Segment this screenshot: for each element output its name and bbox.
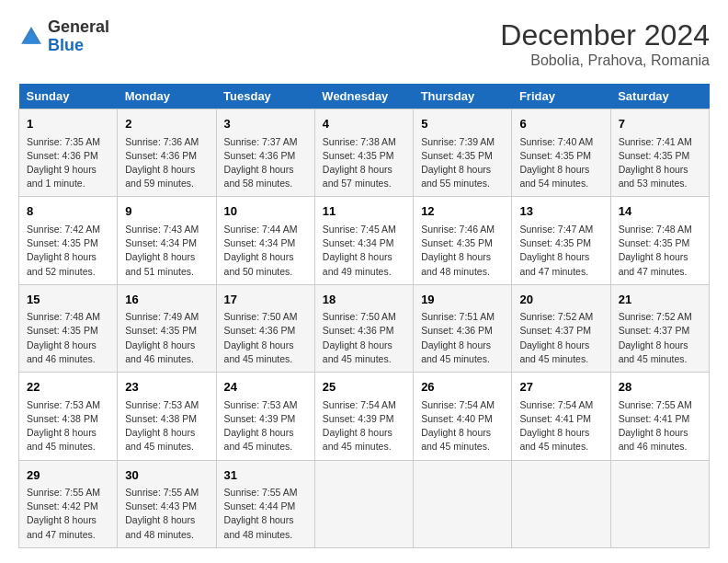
day-number: 30 <box>125 466 208 485</box>
day-number: 15 <box>27 291 109 309</box>
cell-content: Sunrise: 7:54 AMSunset: 4:41 PMDaylight … <box>519 398 602 454</box>
day-number: 9 <box>125 202 208 221</box>
day-number: 2 <box>125 115 208 133</box>
calendar-cell: 24Sunrise: 7:53 AMSunset: 4:39 PMDayligh… <box>216 373 314 460</box>
cell-content: Sunrise: 7:36 AMSunset: 4:36 PMDaylight … <box>125 135 208 191</box>
page-header: General Blue December 2024 Bobolia, Prah… <box>18 18 710 69</box>
day-number: 8 <box>27 202 109 221</box>
logo-icon <box>18 24 44 50</box>
cell-content: Sunrise: 7:48 AMSunset: 4:35 PMDaylight … <box>27 310 109 366</box>
day-number: 31 <box>224 466 307 485</box>
calendar-cell: 1Sunrise: 7:35 AMSunset: 4:36 PMDaylight… <box>19 109 118 197</box>
calendar-cell: 2Sunrise: 7:36 AMSunset: 4:36 PMDaylight… <box>118 109 216 197</box>
day-number: 25 <box>323 378 405 396</box>
calendar-cell: 15Sunrise: 7:48 AMSunset: 4:35 PMDayligh… <box>19 284 118 372</box>
cell-content: Sunrise: 7:48 AMSunset: 4:35 PMDaylight … <box>619 223 701 279</box>
cell-content: Sunrise: 7:35 AMSunset: 4:36 PMDaylight … <box>27 135 109 191</box>
calendar-cell: 18Sunrise: 7:50 AMSunset: 4:36 PMDayligh… <box>314 284 413 372</box>
calendar-cell: 26Sunrise: 7:54 AMSunset: 4:40 PMDayligh… <box>414 373 512 460</box>
calendar-cell: 19Sunrise: 7:51 AMSunset: 4:36 PMDayligh… <box>414 284 512 372</box>
calendar-cell: 3Sunrise: 7:37 AMSunset: 4:36 PMDaylight… <box>216 109 314 197</box>
cell-content: Sunrise: 7:49 AMSunset: 4:35 PMDaylight … <box>125 310 208 366</box>
cell-content: Sunrise: 7:51 AMSunset: 4:36 PMDaylight … <box>421 310 504 366</box>
cell-content: Sunrise: 7:55 AMSunset: 4:42 PMDaylight … <box>27 486 109 542</box>
calendar-cell: 9Sunrise: 7:43 AMSunset: 4:34 PMDaylight… <box>118 197 216 284</box>
col-wednesday: Wednesday <box>314 84 413 109</box>
col-monday: Monday <box>118 84 216 109</box>
calendar-cell: 13Sunrise: 7:47 AMSunset: 4:35 PMDayligh… <box>512 197 610 284</box>
cell-content: Sunrise: 7:54 AMSunset: 4:39 PMDaylight … <box>323 398 405 454</box>
calendar-cell: 17Sunrise: 7:50 AMSunset: 4:36 PMDayligh… <box>216 284 314 372</box>
day-number: 1 <box>27 115 109 133</box>
calendar-cell: 23Sunrise: 7:53 AMSunset: 4:38 PMDayligh… <box>118 373 216 460</box>
cell-content: Sunrise: 7:55 AMSunset: 4:44 PMDaylight … <box>224 486 307 542</box>
day-number: 21 <box>619 291 701 309</box>
calendar-row: 15Sunrise: 7:48 AMSunset: 4:35 PMDayligh… <box>19 284 710 372</box>
col-saturday: Saturday <box>610 84 709 109</box>
calendar-row: 1Sunrise: 7:35 AMSunset: 4:36 PMDaylight… <box>19 109 710 197</box>
calendar-cell: 5Sunrise: 7:39 AMSunset: 4:35 PMDaylight… <box>414 109 512 197</box>
day-number: 10 <box>224 202 307 221</box>
cell-content: Sunrise: 7:46 AMSunset: 4:35 PMDaylight … <box>421 223 504 279</box>
cell-content: Sunrise: 7:41 AMSunset: 4:35 PMDaylight … <box>619 135 701 191</box>
calendar-cell: 31Sunrise: 7:55 AMSunset: 4:44 PMDayligh… <box>216 460 314 547</box>
cell-content: Sunrise: 7:53 AMSunset: 4:39 PMDaylight … <box>224 398 307 454</box>
calendar-cell: 21Sunrise: 7:52 AMSunset: 4:37 PMDayligh… <box>610 284 709 372</box>
cell-content: Sunrise: 7:54 AMSunset: 4:40 PMDaylight … <box>421 398 504 454</box>
calendar-cell: 7Sunrise: 7:41 AMSunset: 4:35 PMDaylight… <box>610 109 709 197</box>
day-number: 3 <box>224 115 307 133</box>
day-number: 20 <box>519 291 602 309</box>
day-number: 4 <box>323 115 405 133</box>
logo-line1: General <box>48 18 109 37</box>
header-row: Sunday Monday Tuesday Wednesday Thursday… <box>19 84 710 109</box>
calendar-cell <box>414 460 512 547</box>
cell-content: Sunrise: 7:44 AMSunset: 4:34 PMDaylight … <box>224 223 307 279</box>
day-number: 7 <box>619 115 701 133</box>
calendar-cell <box>610 460 709 547</box>
calendar-cell: 28Sunrise: 7:55 AMSunset: 4:41 PMDayligh… <box>610 373 709 460</box>
day-number: 19 <box>421 291 504 309</box>
calendar-cell: 22Sunrise: 7:53 AMSunset: 4:38 PMDayligh… <box>19 373 118 460</box>
day-number: 13 <box>519 202 602 221</box>
calendar-cell: 4Sunrise: 7:38 AMSunset: 4:35 PMDaylight… <box>314 109 413 197</box>
cell-content: Sunrise: 7:37 AMSunset: 4:36 PMDaylight … <box>224 135 307 191</box>
logo: General Blue <box>18 18 109 55</box>
location: Bobolia, Prahova, Romania <box>500 52 710 69</box>
col-thursday: Thursday <box>414 84 512 109</box>
day-number: 22 <box>27 378 109 396</box>
calendar-table: Sunday Monday Tuesday Wednesday Thursday… <box>18 84 710 548</box>
calendar-cell: 25Sunrise: 7:54 AMSunset: 4:39 PMDayligh… <box>314 373 413 460</box>
cell-content: Sunrise: 7:53 AMSunset: 4:38 PMDaylight … <box>27 398 109 454</box>
month-year: December 2024 <box>500 18 710 52</box>
day-number: 12 <box>421 202 504 221</box>
calendar-row: 29Sunrise: 7:55 AMSunset: 4:42 PMDayligh… <box>19 460 710 547</box>
cell-content: Sunrise: 7:55 AMSunset: 4:41 PMDaylight … <box>619 398 701 454</box>
day-number: 28 <box>619 378 701 396</box>
calendar-cell <box>512 460 610 547</box>
cell-content: Sunrise: 7:45 AMSunset: 4:34 PMDaylight … <box>323 223 405 279</box>
logo-text: General Blue <box>48 18 109 55</box>
calendar-cell: 11Sunrise: 7:45 AMSunset: 4:34 PMDayligh… <box>314 197 413 284</box>
day-number: 29 <box>27 466 109 485</box>
calendar-cell: 20Sunrise: 7:52 AMSunset: 4:37 PMDayligh… <box>512 284 610 372</box>
cell-content: Sunrise: 7:47 AMSunset: 4:35 PMDaylight … <box>519 223 602 279</box>
day-number: 11 <box>323 202 405 221</box>
calendar-cell: 12Sunrise: 7:46 AMSunset: 4:35 PMDayligh… <box>414 197 512 284</box>
calendar-cell: 14Sunrise: 7:48 AMSunset: 4:35 PMDayligh… <box>610 197 709 284</box>
calendar-cell: 27Sunrise: 7:54 AMSunset: 4:41 PMDayligh… <box>512 373 610 460</box>
calendar-row: 8Sunrise: 7:42 AMSunset: 4:35 PMDaylight… <box>19 197 710 284</box>
cell-content: Sunrise: 7:52 AMSunset: 4:37 PMDaylight … <box>519 310 602 366</box>
col-friday: Friday <box>512 84 610 109</box>
day-number: 26 <box>421 378 504 396</box>
col-sunday: Sunday <box>19 84 118 109</box>
calendar-row: 22Sunrise: 7:53 AMSunset: 4:38 PMDayligh… <box>19 373 710 460</box>
cell-content: Sunrise: 7:50 AMSunset: 4:36 PMDaylight … <box>323 310 405 366</box>
cell-content: Sunrise: 7:43 AMSunset: 4:34 PMDaylight … <box>125 223 208 279</box>
cell-content: Sunrise: 7:52 AMSunset: 4:37 PMDaylight … <box>619 310 701 366</box>
day-number: 5 <box>421 115 504 133</box>
calendar-cell <box>314 460 413 547</box>
day-number: 24 <box>224 378 307 396</box>
calendar-cell: 30Sunrise: 7:55 AMSunset: 4:43 PMDayligh… <box>118 460 216 547</box>
day-number: 14 <box>619 202 701 221</box>
day-number: 17 <box>224 291 307 309</box>
